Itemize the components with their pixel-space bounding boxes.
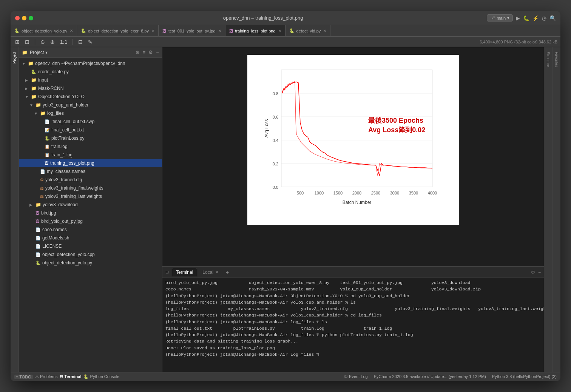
tab-close-icon[interactable]: ✕ bbox=[215, 270, 218, 274]
structure-panel: Structure bbox=[544, 47, 552, 372]
file-icon: 📄 bbox=[45, 119, 50, 124]
tree-item-obj-py[interactable]: 🐍 object_detection_yolo.py bbox=[19, 259, 162, 267]
search-icon[interactable]: 🔍 bbox=[549, 15, 556, 21]
add-icon[interactable]: ⊕ bbox=[136, 49, 140, 55]
tree-item-plot-py[interactable]: 🐍 plotTrainLoss.py bbox=[19, 134, 162, 142]
terminal-line: (helloPythonProject) jctan@Jichangs-MacB… bbox=[165, 319, 541, 325]
python-console-label[interactable]: 🐍 Python Console bbox=[83, 374, 119, 379]
weights-file-icon: ⚖ bbox=[40, 194, 44, 199]
tree-label: yolov3_download bbox=[43, 202, 78, 207]
tab-object-detection-yolo[interactable]: 🐍 object_detection_yolo.py ✕ bbox=[11, 25, 77, 36]
tree-item-train-log[interactable]: 📋 train.log bbox=[19, 142, 162, 151]
todo-badge[interactable]: ≡ TODO bbox=[14, 375, 33, 379]
tree-item-txt[interactable]: 📝 final_cell_out.txt bbox=[19, 126, 162, 134]
tree-item-training-plot[interactable]: 🖼 training_loss_plot.png bbox=[19, 159, 162, 167]
tree-item-final-weights[interactable]: ⚖ yolov3_training_final.weights bbox=[19, 184, 162, 192]
chevron-down-icon: ▼ bbox=[34, 111, 39, 116]
collapse-icon[interactable]: − bbox=[156, 49, 159, 55]
zoom-level: 1:1 bbox=[59, 38, 69, 46]
tab-close-icon[interactable]: ✕ bbox=[70, 29, 73, 33]
terminal-line: (helloPythonProject) jctan@Jichangs-MacB… bbox=[165, 299, 541, 306]
project-tab[interactable]: Project bbox=[12, 49, 17, 66]
svg-text:1000: 1000 bbox=[315, 191, 324, 195]
problems-label[interactable]: ⚠ Problems bbox=[35, 374, 58, 379]
settings-icon[interactable]: ⚙ bbox=[531, 270, 535, 275]
folder-icon: 📁 bbox=[40, 111, 46, 116]
svg-text:0.2: 0.2 bbox=[273, 162, 278, 166]
terminal-output[interactable]: bird_yolo_out_py.jpg object_detection_yo… bbox=[162, 278, 544, 372]
tree-item-names[interactable]: 📄 my_classes.names bbox=[19, 167, 162, 176]
terminal-status-label[interactable]: ⊟ Terminal bbox=[60, 374, 81, 379]
tab-close-icon[interactable]: ✕ bbox=[278, 29, 281, 33]
profile-icon[interactable]: ⚡ bbox=[532, 15, 539, 21]
debug-icon[interactable]: 🐛 bbox=[523, 15, 529, 21]
tree-item-bird-out[interactable]: 🖼 bird_yolo_out_py.jpg bbox=[19, 217, 162, 225]
tab-close-icon[interactable]: ✕ bbox=[218, 29, 221, 33]
tab-label: training_loss_plot.png bbox=[235, 29, 276, 33]
branch-selector[interactable]: ⎇ main ▾ bbox=[487, 14, 513, 22]
tab-object-detection-exer[interactable]: 🐍 object_detection_yolo_exer_8.py ✕ bbox=[77, 25, 159, 36]
tab-test-jpg[interactable]: 🖼 test_001_yolo_out_py.jpg ✕ bbox=[159, 25, 225, 36]
tab-label: object_detection_yolo_exer_8.py bbox=[88, 29, 149, 33]
tree-item-mask[interactable]: ▶ 📁 Mask-RCNN bbox=[19, 84, 162, 93]
fit-frame-icon[interactable]: ⊞ bbox=[14, 38, 21, 46]
tree-label: train_1.log bbox=[51, 152, 73, 157]
new-terminal-button[interactable]: + bbox=[224, 269, 231, 275]
maximize-button[interactable] bbox=[29, 16, 33, 20]
tree-label: input bbox=[38, 77, 48, 83]
tree-item-license[interactable]: 📄 LICENSE bbox=[19, 242, 162, 250]
tab-close-icon[interactable]: ✕ bbox=[323, 29, 326, 33]
tab-close-icon[interactable]: ✕ bbox=[151, 29, 154, 33]
tree-root[interactable]: ▼ 📁 opencv_dnn ~/PycharmProjects/opencv_… bbox=[19, 59, 162, 68]
py-file-icon: 🐍 bbox=[31, 69, 36, 74]
tree-item-erode[interactable]: 🐍 erode_dilate.py bbox=[19, 68, 162, 76]
settings-icon[interactable]: ⚙ bbox=[148, 49, 153, 55]
actual-size-icon[interactable]: ⊡ bbox=[23, 38, 31, 46]
run-icon[interactable]: ▶ bbox=[516, 15, 520, 21]
chevron-down-icon: ▾ bbox=[507, 15, 509, 20]
svg-text:Batch Number: Batch Number bbox=[343, 200, 372, 205]
tree-item-cfg[interactable]: ⚙ yolov3_trained.cfg bbox=[19, 176, 162, 184]
editor-tabs: 🐍 object_detection_yolo.py ✕ 🐍 object_de… bbox=[11, 25, 560, 37]
tab-local[interactable]: Local ✕ bbox=[199, 268, 222, 276]
close-button[interactable] bbox=[15, 16, 20, 20]
tab-training-loss[interactable]: 🖼 training_loss_plot.png ✕ bbox=[225, 25, 286, 36]
structure-label[interactable]: Structure bbox=[546, 52, 550, 67]
svg-text:0.4: 0.4 bbox=[273, 138, 278, 143]
tree-item-input[interactable]: ▶ 📁 input bbox=[19, 76, 162, 84]
tab-label: Local bbox=[202, 270, 213, 275]
list-icon[interactable]: ≡ bbox=[143, 49, 146, 55]
tree-item-logfiles[interactable]: ▼ 📁 log_files bbox=[19, 109, 162, 117]
tree-label: erode_dilate.py bbox=[38, 69, 69, 74]
tree-item-getmodels[interactable]: 📄 getModels.sh bbox=[19, 234, 162, 242]
tree-item-last-weights[interactable]: ⚖ yolov3_training_last.weights bbox=[19, 192, 162, 201]
terminal-line: (helloPythonProject) jctan@Jichangs-MacB… bbox=[165, 312, 541, 318]
tab-detect-vid[interactable]: 🐍 detect_vid.py ✕ bbox=[286, 25, 331, 36]
terminal-tab-local[interactable]: Terminal bbox=[172, 268, 197, 276]
event-log-label[interactable]: ① Event Log bbox=[344, 374, 368, 379]
tree-item-yolo3[interactable]: ▼ 📁 yolo3_cup_and_holder bbox=[19, 101, 162, 109]
terminal-line: (helloPythonProject) jctan@Jichangs-MacB… bbox=[165, 293, 541, 299]
tree-item-bird[interactable]: 🖼 bird.jpg bbox=[19, 209, 162, 217]
coverage-icon[interactable]: ◷ bbox=[542, 15, 546, 21]
file-icon: 📄 bbox=[35, 244, 41, 249]
tree-item-objdet[interactable]: ▼ 📁 ObjectDetection-YOLO bbox=[19, 93, 162, 101]
favorites-label[interactable]: Favorites bbox=[554, 52, 559, 67]
fullscreen-icon[interactable]: ⊟ bbox=[77, 38, 84, 46]
tree-item-coco[interactable]: 📄 coco.names bbox=[19, 225, 162, 234]
tree-item-swp[interactable]: 📄 .final_cell_out.txt.swp bbox=[19, 117, 162, 126]
tree-label: training_loss_plot.png bbox=[50, 161, 94, 166]
minimize-panel-icon[interactable]: − bbox=[538, 270, 541, 275]
tree-item-cpp[interactable]: 📄 object_detection_yolo.cpp bbox=[19, 250, 162, 259]
tree-item-train1-log[interactable]: 📋 train_1.log bbox=[19, 151, 162, 159]
favorites-panel: Favorites bbox=[552, 47, 560, 372]
edit-icon[interactable]: ✎ bbox=[86, 38, 94, 46]
left-panel-tabs: Project bbox=[11, 47, 19, 372]
zoom-in-icon[interactable]: ⊕ bbox=[49, 38, 56, 46]
sidebar-header: 📁 Project ▾ ⊕ ≡ ⚙ − bbox=[19, 47, 162, 58]
zoom-out-icon[interactable]: ⊖ bbox=[39, 38, 46, 46]
tree-label: .final_cell_out.txt.swp bbox=[51, 119, 94, 124]
minimize-button[interactable] bbox=[22, 16, 26, 20]
image-info: 6,400×4,800 PNG (32-bit color) 348.62 kB bbox=[480, 40, 557, 44]
tree-item-download[interactable]: ▶ 📁 yolov3_download bbox=[19, 201, 162, 209]
